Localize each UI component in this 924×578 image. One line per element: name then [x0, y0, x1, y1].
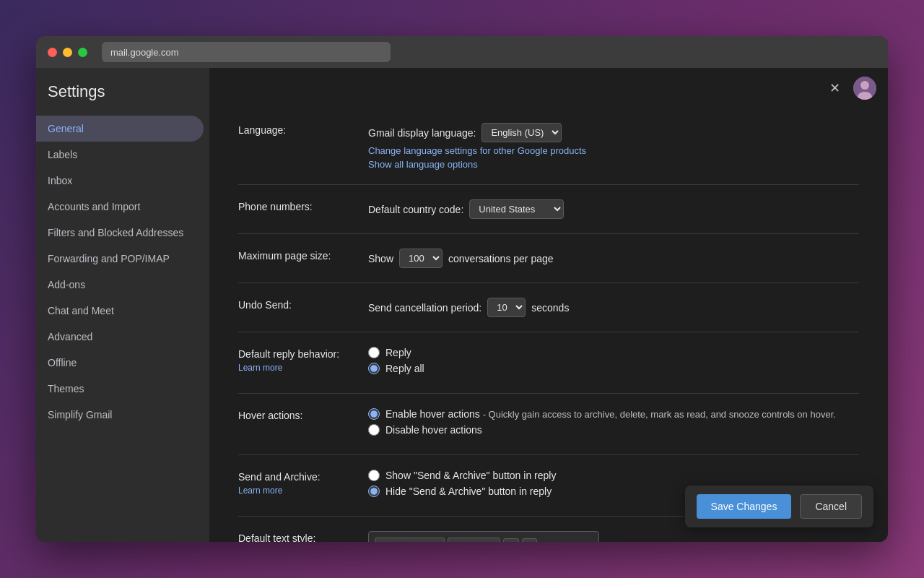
- phone-inline: Default country code: United States Unit…: [368, 199, 859, 219]
- page-size-inline: Show 25 50 100 conversations per page: [368, 249, 859, 268]
- browser-titlebar: mail.google.com: [36, 36, 888, 68]
- sidebar-item-chat-meet[interactable]: Chat and Meet: [36, 298, 204, 324]
- disable-hover-label: Disable hover actions: [385, 424, 482, 436]
- font-color-button[interactable]: A: [503, 538, 519, 542]
- show-send-archive-option[interactable]: Show "Send & Archive" button in reply: [368, 470, 859, 481]
- phone-control: Default country code: United States Unit…: [368, 199, 859, 219]
- language-row: Language: Gmail display language: Englis…: [238, 108, 859, 185]
- cancel-button[interactable]: Cancel: [800, 494, 862, 519]
- default-reply-row: Default reply behavior: Learn more Reply…: [238, 332, 859, 394]
- undo-send-control: Send cancellation period: 5 10 20 30 sec…: [368, 298, 859, 317]
- hover-actions-label: Hover actions:: [238, 408, 354, 440]
- default-reply-control: Reply Reply all: [368, 347, 859, 379]
- seconds-label: seconds: [531, 302, 569, 314]
- show-send-archive-radio[interactable]: [368, 470, 380, 481]
- main-header: ✕: [209, 68, 888, 108]
- enable-hover-radio[interactable]: [368, 408, 380, 420]
- text-style-label: Default text style: (Use the 'Remove for…: [238, 531, 354, 542]
- page-size-label: Maximum page size:: [238, 249, 354, 268]
- svg-point-1: [860, 81, 869, 90]
- phone-label: Phone numbers:: [238, 199, 354, 219]
- send-archive-learn-more-link[interactable]: Learn more: [238, 486, 354, 496]
- undo-send-select[interactable]: 5 10 20 30: [487, 298, 526, 317]
- url-text: mail.google.com: [110, 47, 179, 58]
- page-size-row: Maximum page size: Show 25 50 100 conver…: [238, 234, 859, 283]
- settings-body: Language: Gmail display language: Englis…: [209, 108, 888, 542]
- avatar[interactable]: [853, 77, 876, 100]
- close-settings-button[interactable]: ✕: [824, 78, 845, 98]
- language-inline: Gmail display language: English (US) Eng…: [368, 123, 859, 142]
- conversations-label: conversations per page: [448, 253, 554, 264]
- main-content: ✕ Language: Gmail display language:: [209, 68, 888, 542]
- text-style-container: Sans Serif Serif Monospace Small Normal …: [368, 531, 599, 542]
- close-traffic-light[interactable]: [48, 48, 57, 57]
- sidebar-item-advanced[interactable]: Advanced: [36, 324, 204, 350]
- remove-formatting-button[interactable]: T̶: [522, 538, 537, 542]
- undo-send-row: Undo Send: Send cancellation period: 5 1…: [238, 283, 859, 332]
- sidebar-item-general[interactable]: General: [36, 116, 204, 142]
- reply-all-radio-label: Reply all: [385, 363, 424, 374]
- cancellation-label: Send cancellation period:: [368, 302, 481, 314]
- show-language-link[interactable]: Show all language options: [368, 159, 859, 170]
- show-label: Show: [368, 253, 393, 264]
- reply-all-option[interactable]: Reply all: [368, 363, 859, 374]
- undo-send-inline: Send cancellation period: 5 10 20 30 sec…: [368, 298, 859, 317]
- page-size-select[interactable]: 25 50 100: [399, 249, 443, 268]
- reply-radio[interactable]: [368, 347, 380, 358]
- undo-send-label: Undo Send:: [238, 298, 354, 317]
- hide-send-archive-radio[interactable]: [368, 486, 380, 497]
- change-language-link[interactable]: Change language settings for other Googl…: [368, 145, 859, 156]
- sidebar-item-simplify-gmail[interactable]: Simplify Gmail: [36, 402, 204, 428]
- font-size-select[interactable]: Small Normal Large: [448, 538, 500, 542]
- phone-numbers-row: Phone numbers: Default country code: Uni…: [238, 185, 859, 234]
- browser-content: Settings General Labels Inbox Accounts a…: [36, 68, 888, 542]
- page-size-control: Show 25 50 100 conversations per page: [368, 249, 859, 268]
- enable-hover-label: Enable hover actions - Quickly gain acce…: [385, 408, 836, 420]
- enable-hover-option[interactable]: Enable hover actions - Quickly gain acce…: [368, 408, 859, 420]
- sidebar-item-accounts-import[interactable]: Accounts and Import: [36, 194, 204, 220]
- text-toolbar: Sans Serif Serif Monospace Small Normal …: [375, 538, 593, 542]
- sidebar: Settings General Labels Inbox Accounts a…: [36, 68, 209, 542]
- sidebar-item-filters-blocked[interactable]: Filters and Blocked Addresses: [36, 220, 204, 246]
- hover-actions-control: Enable hover actions - Quickly gain acce…: [368, 408, 859, 440]
- reply-all-radio[interactable]: [368, 363, 380, 374]
- sidebar-item-addons[interactable]: Add-ons: [36, 272, 204, 298]
- sidebar-item-offline[interactable]: Offline: [36, 350, 204, 376]
- language-label: Language:: [238, 123, 354, 170]
- settings-title: Settings: [36, 82, 209, 116]
- disable-hover-option[interactable]: Disable hover actions: [368, 424, 859, 436]
- text-style-control: Sans Serif Serif Monospace Small Normal …: [368, 531, 859, 542]
- reply-radio-label: Reply: [385, 347, 411, 358]
- save-changes-button[interactable]: Save Changes: [697, 494, 792, 519]
- gmail-display-label: Gmail display language:: [368, 127, 476, 139]
- save-footer: Save Changes Cancel: [685, 486, 873, 527]
- send-archive-label: Send and Archive: Learn more: [238, 470, 354, 501]
- minimize-traffic-light[interactable]: [63, 48, 72, 57]
- sidebar-item-themes[interactable]: Themes: [36, 376, 204, 402]
- default-reply-label: Default reply behavior: Learn more: [238, 347, 354, 379]
- font-family-select[interactable]: Sans Serif Serif Monospace: [375, 538, 445, 542]
- hide-send-archive-label: Hide "Send & Archive" button in reply: [385, 486, 552, 497]
- hover-actions-row: Hover actions: Enable hover actions - Qu…: [238, 394, 859, 455]
- maximize-traffic-light[interactable]: [78, 48, 87, 57]
- default-country-label: Default country code:: [368, 204, 463, 215]
- sidebar-item-inbox[interactable]: Inbox: [36, 168, 204, 194]
- show-send-archive-label: Show "Send & Archive" button in reply: [385, 470, 556, 481]
- reply-learn-more-link[interactable]: Learn more: [238, 363, 354, 373]
- language-control: Gmail display language: English (US) Eng…: [368, 123, 859, 170]
- language-select[interactable]: English (US) English (UK) Spanish French: [481, 123, 562, 142]
- sidebar-item-labels[interactable]: Labels: [36, 142, 204, 168]
- sidebar-item-forwarding[interactable]: Forwarding and POP/IMAP: [36, 246, 204, 272]
- country-select[interactable]: United States United Kingdom Canada Aust…: [469, 199, 564, 219]
- address-bar[interactable]: mail.google.com: [102, 42, 391, 62]
- reply-option[interactable]: Reply: [368, 347, 859, 358]
- browser-window: mail.google.com Settings General Labels …: [36, 36, 888, 542]
- disable-hover-radio[interactable]: [368, 424, 380, 436]
